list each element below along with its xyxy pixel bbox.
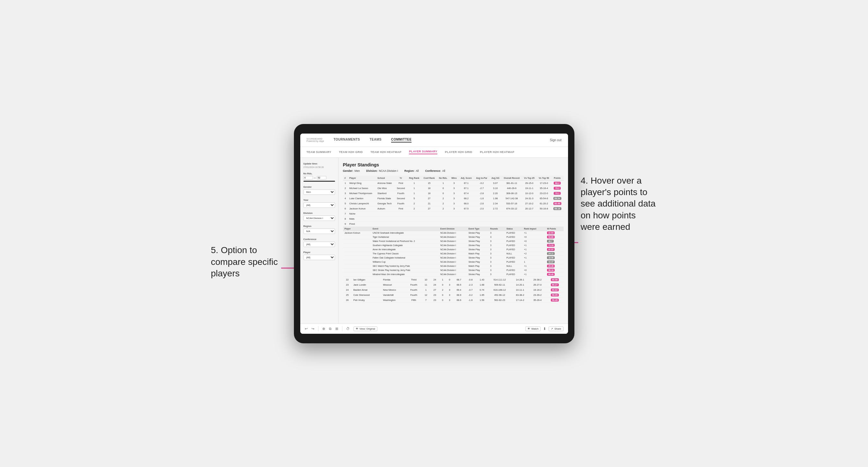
ecell-status: PLAYED	[505, 260, 523, 264]
nav-tournaments[interactable]: TOURNAMENTS	[334, 138, 360, 143]
cell-points[interactable]: 60.27	[546, 282, 563, 287]
table-row[interactable]: 22 Ian Gilligan Florida Third 10 24 1 0 …	[343, 277, 564, 282]
page-title: Player Standings	[343, 162, 564, 167]
sidebar-slider[interactable]	[304, 181, 335, 182]
zoom-in-icon[interactable]: ⊕	[322, 327, 325, 331]
cell-points[interactable]: 60.02	[546, 287, 563, 292]
sub-nav-player-h2h-heatmap[interactable]: PLAYER H2H HEATMAP	[480, 151, 515, 154]
table-row[interactable]: 5 Christo Lamprecht Georgia Tech Fourth …	[343, 201, 564, 206]
cell-vs50: 29-38-2	[529, 277, 546, 282]
cell-num: 22	[343, 277, 352, 282]
cell-points[interactable]: 88.2	[551, 180, 563, 186]
cell-wins: 3	[450, 191, 459, 196]
table-row[interactable]: 2 Michael La Sasso Ole Miss Second 1 18 …	[343, 186, 564, 191]
sidebar-rds-max[interactable]	[317, 176, 327, 180]
nav-links: TOURNAMENTS TEAMS COMMITTEE	[334, 138, 550, 143]
sidebar-region-select[interactable]: N/A	[304, 228, 335, 234]
download-icon[interactable]: ⬇	[543, 327, 546, 331]
cell-no-rds: 0	[439, 282, 446, 287]
nav-teams[interactable]: TEAMS	[369, 138, 381, 143]
cell-record: 562-62-23	[488, 298, 512, 303]
event-row: Wake Forest Invitational at Pinehurst No…	[343, 239, 564, 243]
cell-vs50	[536, 216, 551, 221]
table-row[interactable]: 7 Niche	[343, 211, 564, 216]
table-row[interactable]: 4 Luke Clanton Florida State Second 5 27…	[343, 196, 564, 201]
sub-nav-team-summary[interactable]: TEAM SUMMARY	[307, 151, 332, 154]
cell-no-rds	[437, 221, 450, 226]
cell-no-rds: 1	[437, 180, 450, 186]
sidebar-division-select[interactable]: NCAA Division I	[304, 216, 335, 221]
col-no-rds: No Rds.	[437, 176, 450, 181]
table-row[interactable]: 24 Bastien Amat New Mexico Fourth 1 27 2…	[343, 287, 564, 292]
nav-sign-out[interactable]: Sign out	[550, 138, 562, 142]
cell-points[interactable]: 76.2	[551, 186, 563, 191]
cell-points[interactable]: 80.49	[551, 201, 563, 206]
table-row[interactable]: 26 Petr Hruby Washington Fifth 7 23 0 3 …	[343, 298, 564, 303]
clock-icon[interactable]: ⏱	[346, 327, 350, 331]
sidebar-rds-min[interactable]	[304, 176, 313, 180]
cell-record: 440-26-6	[501, 186, 522, 191]
cell-wins	[450, 221, 459, 226]
ecol-division: Event Division	[439, 227, 467, 231]
ecell-wpoints: 97.57	[546, 247, 563, 251]
ecell-wpoints: 66.40	[546, 272, 563, 276]
ecell-type: Stroke Play	[467, 243, 489, 247]
cell-points[interactable]	[551, 216, 563, 221]
ecell-rank: +0	[523, 239, 546, 243]
cell-conf-rank: 23	[430, 298, 439, 303]
table-row[interactable]: 23 Jack Lundin Missouri Fourth 11 24 0 3…	[343, 282, 564, 287]
sidebar-conference-select[interactable]: (All)	[304, 242, 335, 247]
cell-points[interactable]: 59.95	[546, 292, 563, 298]
cell-avg-sg: 1.43	[476, 277, 488, 282]
cell-points[interactable]: 68.54	[551, 196, 563, 201]
ecell-player	[343, 243, 371, 247]
table-row[interactable]: 6 Jackson Koirun Auburn First 2 27 2 3 6…	[343, 206, 564, 211]
ecell-event: Southern Highlands Collegiate	[371, 243, 439, 247]
view-original-btn[interactable]: 👁 View: Original	[353, 326, 377, 331]
sidebar-division-section: Division NCAA Division I	[304, 212, 335, 221]
cell-record: 533-57-16	[501, 201, 522, 206]
nav-bar: SCOREBOARD Powered by clippi TOURNAMENTS…	[300, 133, 568, 147]
ecell-event: Fallen Oak Collegiate Invitational	[371, 256, 439, 260]
nav-committee[interactable]: COMMITTEE	[391, 138, 412, 143]
cell-yr: Fourth	[395, 191, 407, 196]
sub-nav-team-h2h-heatmap[interactable]: TEAM H2H HEATMAP	[370, 151, 401, 154]
share-btn[interactable]: ↗ Share	[549, 326, 563, 331]
cell-player: Jack Lundin	[351, 282, 381, 287]
copy-icon[interactable]: ⧉	[329, 327, 332, 331]
undo-icon[interactable]: ↩	[305, 327, 308, 331]
cell-points[interactable]: 68.18	[551, 206, 563, 211]
cell-reg-rank	[407, 211, 422, 216]
ecell-status: PLAYED	[505, 239, 523, 243]
ecell-division: NCAA Division I	[439, 260, 467, 264]
table-row[interactable]: 9 Prest	[343, 221, 564, 226]
sidebar-year-select[interactable]: (All)	[304, 203, 335, 208]
sub-nav-player-h2h-grid[interactable]: PLAYER H2H GRID	[445, 151, 472, 154]
cell-points[interactable]	[551, 211, 563, 216]
sub-nav-player-summary[interactable]: PLAYER SUMMARY	[409, 150, 437, 154]
cell-points[interactable]: 59.49	[546, 298, 563, 303]
table-row[interactable]: 3 Michael Thorbjornsen Stanford Fourth 1…	[343, 191, 564, 196]
grid-icon[interactable]: ⊞	[335, 327, 338, 331]
ecell-division: NCAA Division I	[439, 268, 467, 272]
cell-player: Wenyi Ding	[348, 180, 376, 186]
sidebar-player-select[interactable]: (All)	[304, 255, 335, 260]
redo-icon[interactable]: ↪	[311, 327, 314, 331]
sub-nav-team-h2h-grid[interactable]: TEAM H2H GRID	[339, 151, 363, 154]
annotation-left: 5. Option to compare specific players	[211, 245, 281, 279]
cell-points[interactable]	[551, 221, 563, 226]
cell-player: Michael Thorbjornsen	[348, 191, 376, 196]
table-row[interactable]: 25 Cole Sherwood Vanderbilt Fourth 12 23…	[343, 292, 564, 298]
cell-points[interactable]: 60.58	[546, 277, 563, 282]
cell-points[interactable]: 70.1	[551, 191, 563, 196]
table-row[interactable]: 1 Wenyi Ding Arizona State First 1 15 1 …	[343, 180, 564, 186]
ecell-wpoints: 24.11	[546, 251, 563, 256]
ecell-type: Stroke Play	[467, 247, 489, 251]
cell-conf-rank: 27	[422, 196, 437, 201]
table-row[interactable]: 8 Mats	[343, 216, 564, 221]
ecol-rank: Rank Impact	[523, 227, 546, 231]
sidebar-range: –	[304, 176, 335, 180]
ecell-rank: +1	[523, 264, 546, 268]
watch-btn[interactable]: 👁 Watch	[525, 326, 540, 331]
sidebar-gender-select[interactable]: Men	[304, 189, 335, 195]
